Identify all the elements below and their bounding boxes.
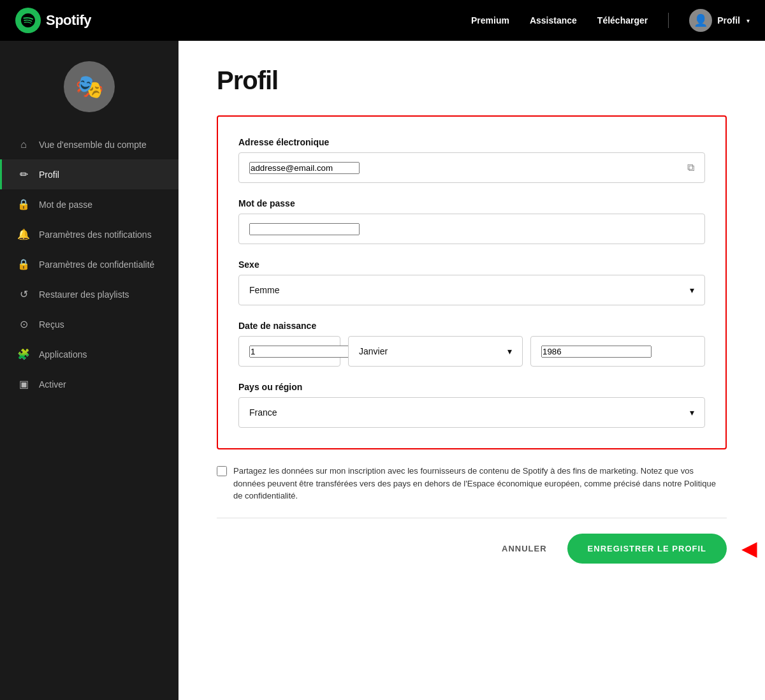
edit-icon: ✏	[17, 168, 30, 180]
bell-icon: 🔔	[17, 228, 30, 240]
gender-value: Femme	[249, 285, 279, 295]
topnav-right: Premium Assistance Télécharger 👤 Profil …	[471, 9, 750, 32]
sidebar-item-applications[interactable]: 🧩 Applications	[0, 339, 178, 369]
save-arrow-indicator: ◀	[741, 536, 757, 560]
sidebar-item-activer[interactable]: ▣ Activer	[0, 369, 178, 399]
sidebar-item-profil[interactable]: ✏ Profil ◀	[0, 159, 178, 189]
password-label: Mot de passe	[238, 198, 705, 208]
email-label: Adresse électronique	[238, 137, 705, 147]
topnav-link-assistance[interactable]: Assistance	[530, 15, 577, 26]
sidebar-item-notifications[interactable]: 🔔 Paramètres des notifications	[0, 219, 178, 249]
topnav-divider	[668, 13, 669, 28]
checkbox-text: Partagez les données sur mon inscription…	[233, 465, 727, 502]
apps-icon: 🧩	[17, 348, 30, 360]
topnav-profile[interactable]: 👤 Profil ▾	[689, 9, 750, 32]
sidebar-user-avatar: 🎭	[64, 61, 115, 112]
activate-icon: ▣	[17, 378, 30, 390]
sidebar-item-restaurer[interactable]: ↺ Restaurer des playlists	[0, 279, 178, 309]
topnav-left: Spotify	[15, 8, 91, 33]
gender-label: Sexe	[238, 259, 705, 270]
country-chevron-icon: ▾	[690, 407, 694, 418]
password-input-wrapper[interactable]	[238, 214, 705, 244]
sidebar-nav: ⌂ Vue d'ensemble du compte ✏ Profil ◀ 🔒 …	[0, 130, 178, 399]
copy-icon: ⧉	[687, 162, 694, 173]
spotify-icon	[15, 8, 41, 33]
sidebar-item-recus[interactable]: ⊙ Reçus	[0, 309, 178, 339]
country-select[interactable]: France ▾	[238, 397, 705, 428]
birthdate-day-input[interactable]	[238, 336, 340, 367]
chevron-down-icon: ▾	[747, 17, 750, 24]
topnav: Spotify Premium Assistance Télécharger 👤…	[0, 0, 765, 41]
lock-icon: 🔒	[17, 198, 30, 210]
form-divider	[217, 518, 727, 518]
sidebar: 🎭 ⌂ Vue d'ensemble du compte ✏ Profil ◀ …	[0, 41, 178, 700]
receipt-icon: ⊙	[17, 318, 30, 330]
birthdate-month-select[interactable]: Janvier ▾	[348, 336, 523, 367]
birthdate-row: Janvier ▾	[238, 336, 705, 367]
spotify-wordmark: Spotify	[46, 12, 91, 29]
day-input[interactable]	[249, 346, 360, 358]
cancel-button[interactable]: ANNULER	[502, 544, 547, 553]
country-value: France	[249, 407, 277, 418]
gender-group: Sexe Femme ▾	[238, 259, 705, 305]
form-actions: ANNULER ENREGISTRER LE PROFIL ◀	[217, 534, 727, 564]
marketing-checkbox[interactable]	[217, 466, 227, 476]
topnav-link-telecharger[interactable]: Télécharger	[597, 15, 648, 26]
home-icon: ⌂	[17, 139, 30, 150]
topnav-profile-label: Profil	[717, 15, 740, 26]
checkbox-section: Partagez les données sur mon inscription…	[217, 465, 727, 502]
spotify-logo[interactable]: Spotify	[15, 8, 91, 33]
country-label: Pays ou région	[238, 382, 705, 392]
gender-chevron-icon: ▾	[690, 285, 694, 295]
email-input-wrapper[interactable]: ⧉	[238, 152, 705, 183]
page-title: Profil	[217, 66, 727, 95]
month-chevron-icon: ▾	[507, 346, 512, 356]
avatar: 👤	[689, 9, 712, 32]
password-group: Mot de passe	[238, 198, 705, 244]
year-input[interactable]	[541, 346, 652, 358]
save-button[interactable]: ENREGISTRER LE PROFIL	[567, 534, 727, 564]
layout: 🎭 ⌂ Vue d'ensemble du compte ✏ Profil ◀ …	[0, 41, 765, 700]
gender-select[interactable]: Femme ▾	[238, 275, 705, 305]
topnav-link-premium[interactable]: Premium	[471, 15, 509, 26]
sidebar-item-mot-de-passe[interactable]: 🔒 Mot de passe	[0, 189, 178, 219]
privacy-icon: 🔒	[17, 258, 30, 270]
main-content: Profil Adresse électronique ⧉ Mot de pas…	[178, 41, 765, 700]
birthdate-year-input[interactable]	[530, 336, 705, 367]
month-value: Janvier	[359, 346, 388, 356]
email-group: Adresse électronique ⧉	[238, 137, 705, 183]
country-group: Pays ou région France ▾	[238, 382, 705, 428]
birthdate-label: Date de naissance	[238, 321, 705, 331]
sidebar-item-vue-ensemble[interactable]: ⌂ Vue d'ensemble du compte	[0, 130, 178, 159]
form-card: Adresse électronique ⧉ Mot de passe Sexe…	[217, 115, 727, 449]
sidebar-item-confidentialite[interactable]: 🔒 Paramètres de confidentialité	[0, 249, 178, 279]
restore-icon: ↺	[17, 288, 30, 300]
password-input[interactable]	[249, 223, 360, 235]
email-input[interactable]	[249, 162, 360, 174]
birthdate-group: Date de naissance Janvier ▾	[238, 321, 705, 367]
